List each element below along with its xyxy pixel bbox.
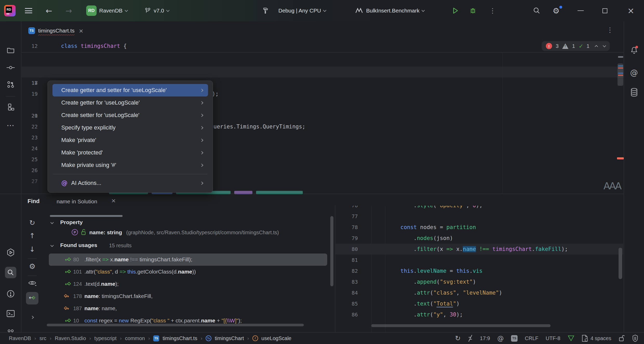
menu-item-create-setter[interactable]: Create setter for 'useLogScale' <box>52 109 208 121</box>
stripe-mark[interactable] <box>618 73 623 74</box>
unlock-icon[interactable] <box>619 335 625 342</box>
next-occurrence-button[interactable]: ↓ <box>29 245 35 253</box>
breadcrumb-item[interactable]: useLogScale <box>261 335 292 341</box>
menu-item-create-getter[interactable]: Create getter for 'useLogScale' <box>52 96 208 109</box>
breadcrumb-item[interactable]: Raven.Studio <box>55 335 86 341</box>
gear-icon: ⚙ <box>553 6 560 15</box>
debug-button[interactable] <box>469 0 477 21</box>
run-button[interactable] <box>451 0 459 21</box>
project-widget[interactable]: RD RavenDB <box>86 0 128 21</box>
forward-button[interactable]: → <box>65 0 72 21</box>
sync-icon[interactable]: ↻ <box>455 334 461 342</box>
line-ending[interactable]: CRLF <box>525 335 538 341</box>
stripe-mark[interactable] <box>617 157 624 159</box>
breadcrumb-item[interactable]: src <box>39 335 46 341</box>
collapse-icon[interactable] <box>50 221 54 224</box>
editor-line-16[interactable]: 16 <box>22 56 624 67</box>
group-found-usages[interactable]: Found usages <box>60 242 97 248</box>
run-config-selector[interactable]: BulkInsert.Benchmark <box>355 0 424 21</box>
results-scrollbar-vertical[interactable] <box>330 216 333 286</box>
breadcrumb-item[interactable]: timingsChart.ts <box>163 335 197 341</box>
highlighting-level-icon[interactable] <box>468 335 473 342</box>
line-number: 27 <box>22 176 42 187</box>
search-everywhere-button[interactable] <box>533 0 541 21</box>
usage-row[interactable]: ← 80 .filter(x => x.name !== timingsChar… <box>49 254 327 266</box>
main-menu-button[interactable] <box>25 0 32 21</box>
breadcrumb-item[interactable]: timingsChart <box>215 335 244 341</box>
more-actions-button[interactable]: ⋮ <box>489 0 496 21</box>
menu-item-specify-type[interactable]: Specify type explicitly <box>52 121 208 134</box>
settings-filter-button[interactable]: ⚙ <box>29 262 35 271</box>
find-tab-close-icon[interactable]: × <box>111 197 116 204</box>
editor-line-17[interactable]: 17 useLogScale = ko.observable<boolean>(… <box>22 67 624 77</box>
group-property[interactable]: Property <box>60 219 83 225</box>
code-preview-pane[interactable]: 76 .style("opacity", 0); 77 78const node… <box>336 206 623 333</box>
menu-item-make-protected[interactable]: Make 'protected' <box>52 146 208 159</box>
menu-item-make-private-hash[interactable]: Make private using '#' <box>52 159 208 171</box>
preview-scrollbar-horizontal[interactable] <box>371 324 551 327</box>
inspection-widget[interactable]: !3 1 ✓1 <box>542 41 610 51</box>
project-explorer-button[interactable] <box>7 47 15 54</box>
preview-line: 78const nodes = partition <box>336 222 623 233</box>
breadcrumb-item[interactable]: RavenDB <box>9 335 31 341</box>
tab-timingschart[interactable]: TS timingsChart.ts × <box>25 24 87 37</box>
database-button[interactable] <box>630 88 638 97</box>
indent-widget[interactable]: 4 spaces <box>582 335 611 342</box>
collapse-icon[interactable] <box>50 244 54 247</box>
editor-tab-bar: TS timingsChart.ts × ⋮ <box>22 21 624 40</box>
ai-assistant-button[interactable]: @ <box>630 68 638 77</box>
breadcrumb-item[interactable]: typescript <box>94 335 117 341</box>
error-count: 3 <box>556 43 559 49</box>
prev-occurrence-button[interactable]: ↑ <box>29 232 35 240</box>
stripe-mark[interactable] <box>618 65 623 67</box>
structure-button[interactable] <box>7 103 15 111</box>
analysis-triangle-icon[interactable] <box>568 335 574 341</box>
more-tools-button[interactable]: ⋯ <box>7 121 15 130</box>
stripe-mark[interactable] <box>618 67 623 69</box>
menu-item-make-private[interactable]: Make 'private' <box>52 134 208 146</box>
minimize-button[interactable] <box>578 0 584 21</box>
file-encoding[interactable]: UTF-8 <box>546 335 560 341</box>
commit-button[interactable] <box>6 64 15 71</box>
typescript-service-icon[interactable]: TS <box>511 335 518 342</box>
back-button[interactable]: ← <box>46 0 52 21</box>
indent-label: 4 spaces <box>591 335 611 341</box>
refresh-button[interactable]: ↻ <box>29 219 35 227</box>
benchmark-icon <box>355 7 364 14</box>
preview-toggle-button[interactable] <box>28 280 36 286</box>
usage-row[interactable]: ← 124 .text(d.name); <box>44 278 330 290</box>
folder-icon <box>7 48 14 53</box>
find-tab[interactable]: name in Solution <box>57 198 97 205</box>
maximize-button[interactable] <box>602 0 607 21</box>
breadcrumb-item[interactable]: common <box>125 335 145 341</box>
ai-icon[interactable]: @ <box>497 335 504 342</box>
next-problem-icon[interactable] <box>603 44 606 47</box>
usage-text: name: name, <box>84 305 117 311</box>
menu-item-ai-actions[interactable]: @ AI Actions... <box>52 177 208 189</box>
tab-close-icon[interactable]: × <box>79 28 83 34</box>
read-access-filter-button[interactable]: ← <box>26 292 38 304</box>
chevron-down-icon <box>422 9 425 12</box>
expand-strip-button[interactable] <box>31 315 33 320</box>
build-button[interactable] <box>262 0 270 21</box>
pull-requests-button[interactable] <box>7 81 15 88</box>
usage-row[interactable]: ← 101 .attr("class", d => this.getColorC… <box>44 266 330 278</box>
close-button[interactable]: × <box>627 0 634 21</box>
stripe-mark[interactable] <box>618 75 623 76</box>
warning-count: 1 <box>572 43 575 49</box>
notifications-button[interactable] <box>630 46 638 54</box>
usage-row[interactable]: → 178 name: timingsChart.fakeFill, <box>44 290 330 302</box>
usage-row[interactable]: → 187 name: name, <box>44 302 330 315</box>
profile-shield-icon[interactable] <box>632 335 638 342</box>
preview-scrollbar-vertical[interactable] <box>619 248 622 279</box>
title-bar: RD ← → RD RavenDB v7.0 Debug | Any CP <box>0 0 644 21</box>
menu-item-create-getter-setter[interactable]: Create getter and setter for 'useLogScal… <box>52 84 208 96</box>
editor-options-button[interactable]: ⋮ <box>607 26 613 34</box>
settings-button[interactable]: ⚙ <box>553 0 560 21</box>
prev-problem-icon[interactable] <box>595 45 598 48</box>
vcs-branch-widget[interactable]: v7.0 <box>144 0 169 21</box>
results-scrollbar-horizontal[interactable] <box>47 324 304 326</box>
solution-config-selector[interactable]: Debug | Any CPU <box>278 0 326 21</box>
stripe-mark[interactable] <box>618 56 623 58</box>
caret-position[interactable]: 17:9 <box>480 335 490 341</box>
